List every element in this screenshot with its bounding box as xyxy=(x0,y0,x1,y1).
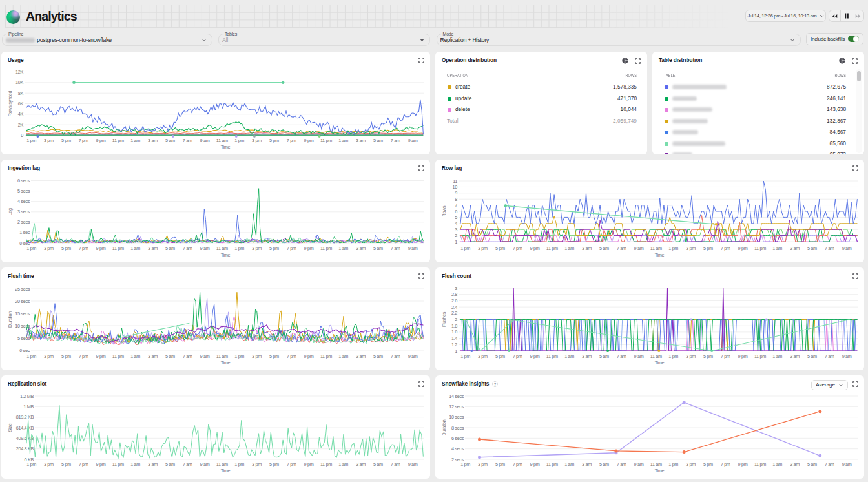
svg-text:7 am: 7 am xyxy=(183,246,192,251)
svg-text:3 am: 3 am xyxy=(148,353,158,359)
svg-text:1 am: 1 am xyxy=(338,246,348,251)
svg-text:1 pm: 1 pm xyxy=(234,461,244,467)
svg-text:1 am: 1 am xyxy=(130,353,140,359)
svg-text:7 pm: 7 pm xyxy=(79,138,88,143)
svg-text:3 am: 3 am xyxy=(356,138,366,143)
svg-text:2: 2 xyxy=(455,233,457,238)
svg-text:5 pm: 5 pm xyxy=(703,461,713,467)
svg-text:1 am: 1 am xyxy=(564,461,574,467)
svg-text:12 secs: 12 secs xyxy=(449,404,464,410)
svg-text:2K: 2K xyxy=(18,122,24,128)
svg-text:3 pm: 3 pm xyxy=(252,353,262,359)
svg-text:1 am: 1 am xyxy=(130,461,140,467)
svg-text:Time: Time xyxy=(221,468,231,474)
svg-text:3 pm: 3 pm xyxy=(44,246,54,251)
svg-text:10 secs: 10 secs xyxy=(449,414,464,420)
svg-text:2.6: 2.6 xyxy=(451,298,457,304)
svg-text:11 am: 11 am xyxy=(650,353,662,359)
svg-text:3 pm: 3 pm xyxy=(252,461,262,467)
svg-text:7 am: 7 am xyxy=(391,138,400,143)
svg-text:9 am: 9 am xyxy=(842,461,852,467)
svg-text:9 pm: 9 pm xyxy=(96,353,106,359)
svg-text:5 pm: 5 pm xyxy=(269,138,279,143)
svg-text:7 pm: 7 pm xyxy=(721,353,730,359)
svg-text:4K: 4K xyxy=(18,111,24,117)
svg-text:7 pm: 7 pm xyxy=(287,461,296,467)
svg-text:1 pm: 1 pm xyxy=(668,461,678,467)
svg-text:7 pm: 7 pm xyxy=(721,461,730,467)
svg-text:9 pm: 9 pm xyxy=(96,461,106,467)
svg-text:7 pm: 7 pm xyxy=(287,353,296,359)
svg-text:5 am: 5 am xyxy=(373,246,383,251)
svg-text:3 am: 3 am xyxy=(582,353,592,359)
svg-text:11: 11 xyxy=(453,178,457,184)
svg-text:7 pm: 7 pm xyxy=(513,353,522,359)
svg-text:7 am: 7 am xyxy=(617,461,626,467)
svg-text:11 pm: 11 pm xyxy=(320,461,332,467)
svg-text:5 pm: 5 pm xyxy=(61,353,71,359)
svg-text:1.4: 1.4 xyxy=(451,335,457,341)
svg-text:7 am: 7 am xyxy=(391,461,400,467)
svg-text:3 pm: 3 pm xyxy=(44,353,54,359)
svg-text:1: 1 xyxy=(455,348,457,354)
svg-text:7 am: 7 am xyxy=(825,461,834,467)
svg-text:9 pm: 9 pm xyxy=(96,138,106,143)
svg-text:5 am: 5 am xyxy=(807,353,817,359)
svg-text:4: 4 xyxy=(455,220,457,226)
svg-text:11 am: 11 am xyxy=(216,246,228,251)
svg-text:614.4 KB: 614.4 KB xyxy=(16,425,34,431)
svg-text:1: 1 xyxy=(455,239,457,245)
svg-text:1.2 MB: 1.2 MB xyxy=(20,393,34,399)
svg-text:11 pm: 11 pm xyxy=(754,246,766,251)
svg-text:5 am: 5 am xyxy=(807,246,817,251)
svg-text:1 am: 1 am xyxy=(130,246,140,251)
svg-text:11 pm: 11 pm xyxy=(320,138,332,143)
svg-text:0: 0 xyxy=(21,132,23,138)
svg-text:3 am: 3 am xyxy=(148,138,158,143)
svg-text:11 am: 11 am xyxy=(650,461,662,467)
svg-text:Rows synced: Rows synced xyxy=(7,90,13,116)
svg-text:5 am: 5 am xyxy=(599,461,609,467)
svg-text:5 pm: 5 pm xyxy=(703,353,713,359)
svg-text:1 am: 1 am xyxy=(338,461,348,467)
svg-text:5 pm: 5 pm xyxy=(495,246,505,251)
svg-text:20 secs: 20 secs xyxy=(15,299,30,304)
svg-text:1 sec: 1 sec xyxy=(19,229,30,235)
svg-text:10: 10 xyxy=(453,184,458,190)
svg-text:9 am: 9 am xyxy=(634,246,644,251)
svg-text:11 pm: 11 pm xyxy=(112,461,124,467)
svg-text:1.8: 1.8 xyxy=(451,323,457,329)
svg-text:7 pm: 7 pm xyxy=(79,353,88,359)
svg-text:Time: Time xyxy=(221,144,231,150)
svg-text:Time: Time xyxy=(655,252,665,258)
svg-text:7 pm: 7 pm xyxy=(79,461,88,467)
svg-text:3 am: 3 am xyxy=(148,461,158,467)
svg-text:3 pm: 3 pm xyxy=(252,246,262,251)
svg-text:5 am: 5 am xyxy=(165,353,175,359)
svg-text:1 pm: 1 pm xyxy=(460,246,470,251)
svg-text:5 am: 5 am xyxy=(807,461,817,467)
svg-text:3: 3 xyxy=(455,286,457,291)
svg-text:1 MB: 1 MB xyxy=(23,404,34,410)
svg-text:15 secs: 15 secs xyxy=(15,311,30,317)
svg-text:11 pm: 11 pm xyxy=(320,353,332,359)
svg-text:1.2: 1.2 xyxy=(451,342,457,348)
svg-text:3 pm: 3 pm xyxy=(252,138,262,143)
svg-text:7 am: 7 am xyxy=(391,353,400,359)
svg-text:9 am: 9 am xyxy=(200,353,210,359)
svg-text:5 pm: 5 pm xyxy=(61,246,71,251)
svg-text:10K: 10K xyxy=(16,79,23,85)
svg-text:7 pm: 7 pm xyxy=(287,138,296,143)
svg-text:3 secs: 3 secs xyxy=(17,209,30,215)
svg-text:6 secs: 6 secs xyxy=(17,178,30,183)
svg-text:5 am: 5 am xyxy=(373,461,383,467)
svg-text:7 pm: 7 pm xyxy=(79,246,88,251)
svg-text:2.4: 2.4 xyxy=(451,304,457,310)
svg-text:1 am: 1 am xyxy=(772,461,782,467)
svg-text:3 am: 3 am xyxy=(356,353,366,359)
svg-text:3 pm: 3 pm xyxy=(478,246,488,251)
svg-text:1 am: 1 am xyxy=(338,138,348,143)
svg-text:9 am: 9 am xyxy=(200,138,210,143)
svg-text:9 pm: 9 pm xyxy=(304,246,314,251)
svg-text:7 am: 7 am xyxy=(183,353,192,359)
